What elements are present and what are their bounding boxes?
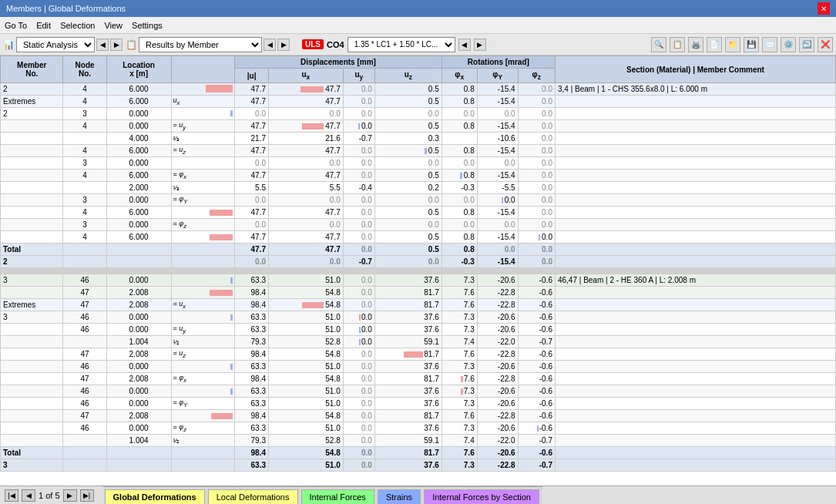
tab-strains[interactable]: Strains [378,489,421,505]
menu-selection[interactable]: Selection [60,21,95,30]
member-no: 3 [1,311,63,324]
node-no: 4 [63,170,106,182]
val-uy: -0.7 [343,256,374,268]
table-row-total: Total 47.7 47.7 0.0 0.5 0.8 0.0 0.0 [1,244,836,256]
val-phiy: -22.0 [477,336,518,348]
next-formula-btn[interactable]: ▶ [474,39,486,51]
val-phiy: -15.4 [477,170,518,182]
table-container[interactable]: MemberNo. NodeNo. Locationx [m] Displace… [0,55,836,486]
location: 1.004 [106,336,171,348]
prev-page-btn[interactable]: ◀ [22,489,35,502]
val-uy: 0.0 [343,459,374,472]
val-phiz: 0.0 [518,133,555,145]
val-absu: 79.3 [235,435,269,447]
formula-dropdown[interactable]: 1.35 * LC1 + 1.50 * LC... [347,37,455,52]
comment [555,170,835,182]
tab-global-deformations[interactable]: Global Deformations [105,489,205,505]
last-page-btn[interactable]: ▶| [80,489,94,502]
col-phiz: φz [518,69,555,83]
comment [555,299,835,311]
tool-btn-10[interactable]: ❌ [818,37,833,52]
val-phiz: -0.6 [518,324,555,336]
val-absu: 47.7 [235,96,269,108]
val-phiz: -0.6 [518,348,555,361]
prev-results-btn[interactable]: ◀ [264,39,276,51]
val-ux: 5.5 [269,182,344,194]
prev-formula-btn[interactable]: ◀ [458,39,471,51]
menu-settings[interactable]: Settings [132,21,163,30]
results-table: MemberNo. NodeNo. Locationx [m] Displace… [0,55,836,472]
menu-goto[interactable]: Go To [5,21,27,30]
location: 2.000 [106,182,171,194]
val-phiz: -0.7 [518,336,555,348]
val-absu: 63.3 [235,385,269,398]
menubar: Go To Edit Selection View Settings [0,17,836,34]
val-uz: 0.5 [374,145,442,157]
tool-btn-6[interactable]: 💾 [744,37,759,52]
node-no: 4 [63,83,106,96]
col-phix: φx [442,69,477,83]
val-ux: 51.0 [269,274,344,287]
val-absu: 98.4 [235,373,269,385]
val-phiz: 0.0 [518,157,555,170]
tab-internal-forces[interactable]: Internal Forces [301,489,374,505]
tool-btn-2[interactable]: 📋 [670,37,685,52]
val-phiz: 0.0 [518,120,555,133]
val-uy: 0.0 [343,410,374,422]
val-absu: 5.5 [235,182,269,194]
tool-btn-3[interactable]: 🖨️ [688,37,703,52]
next-results-btn[interactable]: ▶ [277,39,290,51]
table-row: 47 2.008 98.4 54.8 0.0 81.7 7.6 -22.8 -0… [1,410,836,422]
val-phix: 0.0 [442,219,477,231]
val-absu: 63.3 [235,398,269,410]
bar-cell [171,256,235,268]
comment [555,133,835,145]
menu-view[interactable]: View [104,21,123,30]
val-phix: 0.8 [442,170,477,182]
member-no [1,435,63,447]
next-analysis-btn[interactable]: ▶ [110,39,123,51]
tool-btn-9[interactable]: ↩️ [799,37,814,52]
tool-btn-8[interactable]: ⚙️ [781,37,796,52]
tool-btn-7[interactable]: ✉️ [762,37,777,52]
first-page-btn[interactable]: |◀ [5,489,18,502]
val-phiz: -0.6 [518,299,555,311]
bar-cell [171,311,235,324]
comment [555,256,835,268]
val-phiz: -0.6 [518,422,555,435]
member-no [1,145,63,157]
val-uy: 0.0 [343,373,374,385]
val-phix: 7.6 [442,287,477,299]
prev-analysis-btn[interactable]: ◀ [96,39,109,51]
location: 0.000 [106,361,171,373]
val-phix: 7.6 [442,348,477,361]
member-no [1,120,63,133]
node-no: 4 [63,96,106,108]
member-no [1,182,63,194]
node-no [63,435,106,447]
val-ux: 51.0 [269,361,344,373]
analysis-dropdown[interactable]: Static Analysis [16,37,95,52]
val-uy: 0.0 [343,244,374,256]
val-phix: 0.8 [442,207,477,219]
comment [555,207,835,219]
next-page-btn[interactable]: ▶ [63,489,77,502]
tab-internal-forces-by-section[interactable]: Internal Forces by Section [424,489,539,505]
results-dropdown[interactable]: Results by Member [139,37,262,52]
val-ux: 0.0 [269,157,344,170]
val-absu: 47.7 [235,120,269,133]
location: 0.000 [106,311,171,324]
comment [555,459,835,472]
tab-local-deformations[interactable]: Local Deformations [208,489,298,505]
comment [555,120,835,133]
close-button[interactable]: ✕ [818,2,830,15]
val-uy: 0.0 [343,274,374,287]
tool-btn-5[interactable]: 📁 [725,37,740,52]
val-absu: 98.4 [235,348,269,361]
member-no: 2 [1,108,63,120]
location: 6.000 [106,83,171,96]
menu-edit[interactable]: Edit [36,21,51,30]
val-ux: 54.8 [269,287,344,299]
tool-btn-1[interactable]: 🔍 [651,37,666,52]
tool-btn-4[interactable]: 📄 [707,37,722,52]
